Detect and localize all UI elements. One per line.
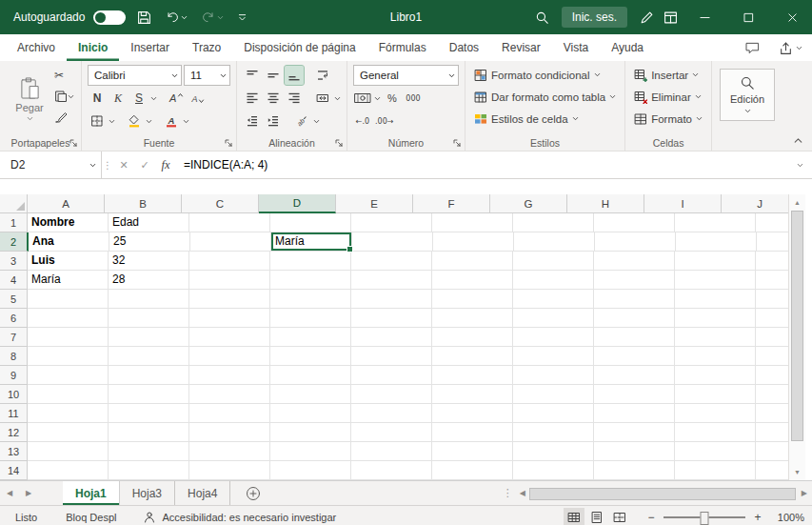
cell-H7[interactable] xyxy=(594,328,675,347)
align-center-button[interactable] xyxy=(264,89,283,108)
cell-F11[interactable] xyxy=(432,404,513,423)
cell-G13[interactable] xyxy=(513,442,594,461)
column-header-J[interactable]: J xyxy=(722,194,799,213)
zoom-slider-thumb[interactable] xyxy=(701,512,709,525)
cell-F12[interactable] xyxy=(432,423,513,442)
horizontal-scrollbar[interactable]: ◀ ▶ xyxy=(520,481,807,505)
column-header-E[interactable]: E xyxy=(336,194,413,213)
align-bottom-button[interactable] xyxy=(285,66,304,85)
cell-A11[interactable] xyxy=(28,404,109,423)
sheet-tab-hoja1[interactable]: Hoja1 xyxy=(63,481,120,505)
cell-F10[interactable] xyxy=(432,385,513,404)
sign-in-button[interactable]: Inic. ses. xyxy=(562,7,627,28)
cell-F6[interactable] xyxy=(432,309,513,328)
align-left-button[interactable] xyxy=(243,89,262,108)
column-header-H[interactable]: H xyxy=(567,194,644,213)
comma-style-button[interactable]: 000 xyxy=(404,89,423,108)
zoom-level[interactable]: 100% xyxy=(770,512,804,523)
copy-button[interactable] xyxy=(53,87,75,106)
editing-button[interactable]: Edición xyxy=(720,69,775,121)
ribbon-display-options-button[interactable] xyxy=(661,7,681,29)
insert-cells-button[interactable]: Insertar xyxy=(631,64,702,86)
tab-archivo[interactable]: Archivo xyxy=(6,34,67,61)
formula-bar-splitter[interactable]: ⋮ xyxy=(102,151,113,178)
sheet-tab-hoja4[interactable]: Hoja4 xyxy=(175,481,230,505)
scroll-right-arrow[interactable]: ▶ xyxy=(802,489,807,497)
underline-options-chevron[interactable] xyxy=(150,95,157,102)
cell-E12[interactable] xyxy=(351,423,432,442)
cell-C7[interactable] xyxy=(189,328,270,347)
vertical-scrollbar[interactable]: ▲ ▼ xyxy=(788,194,805,480)
underline-button[interactable]: S xyxy=(129,89,149,108)
merge-chevron[interactable] xyxy=(334,95,341,102)
delete-cells-button[interactable]: Eliminar xyxy=(631,86,704,108)
cell-H4[interactable] xyxy=(594,271,675,290)
cell-F5[interactable] xyxy=(432,290,513,309)
cell-G11[interactable] xyxy=(513,404,594,423)
cell-C10[interactable] xyxy=(189,385,270,404)
cell-I2[interactable] xyxy=(676,232,757,252)
cell-C9[interactable] xyxy=(189,366,270,385)
borders-button[interactable] xyxy=(88,111,107,131)
zoom-in-button[interactable]: + xyxy=(752,511,763,524)
zoom-out-button[interactable]: − xyxy=(645,511,657,524)
cell-G6[interactable] xyxy=(513,309,594,328)
insert-function-button[interactable]: fx xyxy=(155,151,176,178)
cancel-button[interactable]: ✕ xyxy=(113,151,134,178)
tab-disposicion[interactable]: Disposición de página xyxy=(232,34,366,61)
number-format-select[interactable]: General xyxy=(353,65,459,86)
cell-G10[interactable] xyxy=(513,385,594,404)
cell-E14[interactable] xyxy=(351,461,432,480)
cell-E9[interactable] xyxy=(351,366,432,385)
cell-F1[interactable] xyxy=(432,213,513,232)
cell-B7[interactable] xyxy=(109,328,189,347)
scroll-left-arrow[interactable]: ◀ xyxy=(520,489,525,497)
cell-I1[interactable] xyxy=(675,213,756,232)
cell-A12[interactable] xyxy=(28,423,109,442)
autosave-toggle[interactable] xyxy=(93,10,126,25)
cell-E3[interactable] xyxy=(351,252,432,271)
cell-D2[interactable]: María xyxy=(271,232,352,252)
tab-formulas[interactable]: Fórmulas xyxy=(367,34,438,61)
cell-I5[interactable] xyxy=(675,290,756,309)
cut-button[interactable]: ✂ xyxy=(53,66,75,85)
tab-trazo[interactable]: Trazo xyxy=(181,34,232,61)
select-all-corner[interactable] xyxy=(0,194,28,213)
bold-button[interactable]: N xyxy=(88,89,107,108)
tab-datos[interactable]: Datos xyxy=(438,34,490,61)
row-header-12[interactable]: 12 xyxy=(0,423,28,442)
cell-F13[interactable] xyxy=(432,442,513,461)
column-header-C[interactable]: C xyxy=(182,194,259,213)
merge-center-button[interactable] xyxy=(313,89,332,108)
column-header-F[interactable]: F xyxy=(413,194,490,213)
cell-B5[interactable] xyxy=(109,290,189,309)
tab-insertar[interactable]: Insertar xyxy=(119,34,181,61)
cell-I10[interactable] xyxy=(675,385,756,404)
draw-button[interactable] xyxy=(637,7,657,29)
cell-E8[interactable] xyxy=(351,347,432,366)
font-size-select[interactable]: 11 xyxy=(184,65,230,86)
comments-button[interactable] xyxy=(736,34,769,61)
minimize-button[interactable] xyxy=(684,0,724,34)
cell-C1[interactable] xyxy=(189,213,270,232)
cell-E6[interactable] xyxy=(351,309,432,328)
fill-color-chevron[interactable] xyxy=(146,118,152,125)
tab-scrollbar-splitter[interactable]: ⋮ xyxy=(496,481,520,505)
cell-A10[interactable] xyxy=(28,385,109,404)
cell-E5[interactable] xyxy=(351,290,432,309)
orientation-button[interactable]: ab xyxy=(292,111,311,131)
cell-D13[interactable] xyxy=(270,442,351,461)
cell-H8[interactable] xyxy=(594,347,675,366)
cell-F8[interactable] xyxy=(432,347,513,366)
cell-F7[interactable] xyxy=(432,328,513,347)
cell-H13[interactable] xyxy=(594,442,675,461)
cell-F14[interactable] xyxy=(432,461,513,480)
cell-D3[interactable] xyxy=(270,252,351,271)
row-header-5[interactable]: 5 xyxy=(0,290,28,309)
row-header-4[interactable]: 4 xyxy=(0,271,28,290)
cell-H11[interactable] xyxy=(594,404,675,423)
cell-C8[interactable] xyxy=(189,347,270,366)
cell-I9[interactable] xyxy=(675,366,756,385)
cell-I8[interactable] xyxy=(675,347,756,366)
decrease-indent-button[interactable] xyxy=(243,111,262,131)
